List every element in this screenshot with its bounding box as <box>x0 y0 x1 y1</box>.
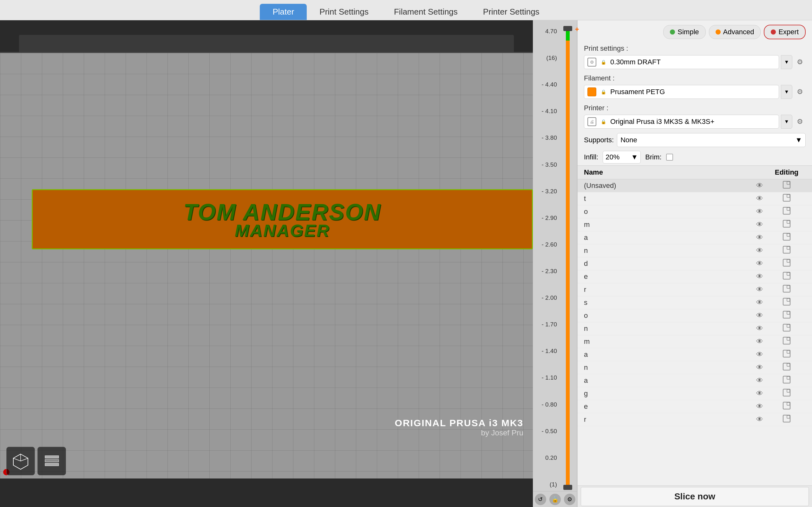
mode-advanced-btn[interactable]: Advanced <box>709 25 761 39</box>
obj-edit-m2[interactable] <box>768 337 806 347</box>
layer-label-440: - 4.40 <box>534 81 557 88</box>
filament-gear[interactable]: ⚙ <box>794 86 806 98</box>
supports-value: None <box>620 136 637 144</box>
obj-eye-o[interactable]: 👁 <box>752 208 768 216</box>
obj-edit-d[interactable] <box>768 259 806 269</box>
printer-icon: 🖨 <box>588 117 596 126</box>
svg-rect-17 <box>783 246 790 253</box>
3d-view-button[interactable] <box>6 447 35 475</box>
obj-eye-r1[interactable]: 👁 <box>752 285 768 294</box>
layer-slider-handle-bottom[interactable] <box>563 485 572 490</box>
tab-filament-settings[interactable]: Filament Settings <box>381 4 470 20</box>
layers-view-button[interactable] <box>38 447 66 475</box>
slice-bar: Slice now <box>577 486 812 507</box>
svg-line-3 <box>20 458 28 461</box>
viewport[interactable]: TOM ANDERSON MANAGER ORIGINAL PRUSA i3 M… <box>0 20 533 507</box>
obj-edit-m1[interactable] <box>768 220 806 230</box>
obj-edit-a2[interactable] <box>768 349 806 360</box>
obj-edit-o[interactable] <box>768 207 806 217</box>
obj-eye-g[interactable]: 👁 <box>752 389 768 398</box>
obj-edit-e2[interactable] <box>768 401 806 412</box>
filament-value: Prusament PETG <box>610 88 665 96</box>
tab-printer-settings[interactable]: Printer Settings <box>470 4 552 20</box>
filament-label: Filament : <box>584 74 635 82</box>
obj-eye-t[interactable]: 👁 <box>752 194 768 203</box>
layer-slider-handle-top[interactable] <box>563 26 572 31</box>
printer-arrow[interactable]: ▼ <box>781 115 792 129</box>
svg-rect-42 <box>787 402 790 405</box>
obj-eye-m2[interactable]: 👁 <box>752 337 768 346</box>
filament-arrow[interactable]: ▼ <box>781 85 792 99</box>
obj-edit-a1[interactable] <box>768 233 806 243</box>
supports-select[interactable]: None ▼ <box>617 133 806 147</box>
brim-checkbox[interactable] <box>666 154 673 161</box>
layers-icon <box>43 452 61 470</box>
edit-icon-m1 <box>782 220 791 228</box>
obj-edit-a3[interactable] <box>768 376 806 386</box>
filament-wrapper: 🔒 Prusament PETG ▼ ⚙ <box>584 85 806 99</box>
edit-icon-r1 <box>782 285 791 293</box>
obj-eye-r2[interactable]: 👁 <box>752 415 768 424</box>
obj-eye-m1[interactable]: 👁 <box>752 221 768 229</box>
obj-edit-n2[interactable] <box>768 324 806 334</box>
obj-edit-n1[interactable] <box>768 245 806 256</box>
edit-icon-n1 <box>782 245 791 254</box>
name-badge-object[interactable]: TOM ANDERSON MANAGER <box>32 189 533 249</box>
svg-rect-40 <box>787 389 790 392</box>
slice-now-button[interactable]: Slice now <box>581 487 809 506</box>
layer-slider-track[interactable] <box>566 28 570 488</box>
print-settings-select[interactable]: ⚙ 🔒 0.30mm DRAFT <box>584 55 779 69</box>
svg-rect-21 <box>783 272 790 279</box>
svg-rect-14 <box>787 221 790 223</box>
printer-wrapper: 🖨 🔒 Original Prusa i3 MK3S & MK3S+ ▼ ⚙ <box>584 115 806 129</box>
mode-expert-btn[interactable]: Expert <box>764 25 806 39</box>
obj-eye-n1[interactable]: 👁 <box>752 246 768 255</box>
obj-edit-g[interactable] <box>768 389 806 399</box>
obj-name-n1: n <box>584 246 752 255</box>
obj-edit-n3[interactable] <box>768 362 806 373</box>
obj-edit-e1[interactable] <box>768 272 806 282</box>
brim-label: Brim: <box>645 153 661 161</box>
obj-name-g: g <box>584 389 752 398</box>
badge-line2: MANAGER <box>33 221 532 240</box>
obj-eye-o2[interactable]: 👁 <box>752 312 768 320</box>
slider-settings-btn[interactable]: ⚙ <box>564 494 575 505</box>
filament-row: Filament : <box>577 72 812 85</box>
obj-eye-unsaved[interactable]: 👁 <box>752 181 768 190</box>
print-settings-arrow[interactable]: ▼ <box>781 55 792 69</box>
obj-edit-r1[interactable] <box>768 285 806 295</box>
print-settings-gear[interactable]: ⚙ <box>794 56 806 68</box>
obj-eye-a3[interactable]: 👁 <box>752 377 768 385</box>
obj-eye-d[interactable]: 👁 <box>752 260 768 268</box>
obj-edit-t[interactable] <box>768 193 806 204</box>
obj-edit-o2[interactable] <box>768 311 806 321</box>
obj-edit-s[interactable] <box>768 297 806 308</box>
layer-label-170: - 1.70 <box>534 321 557 328</box>
svg-rect-8 <box>787 181 790 184</box>
printer-select[interactable]: 🖨 🔒 Original Prusa i3 MK3S & MK3S+ <box>584 115 779 129</box>
supports-arrow: ▼ <box>795 136 802 144</box>
filament-select[interactable]: 🔒 Prusament PETG <box>584 85 779 99</box>
layer-label-410: - 4.10 <box>534 108 557 115</box>
edit-icon-e1 <box>782 272 791 280</box>
obj-edit-unsaved[interactable] <box>768 181 806 191</box>
printer-gear[interactable]: ⚙ <box>794 116 806 127</box>
obj-eye-n3[interactable]: 👁 <box>752 363 768 372</box>
svg-rect-6 <box>45 463 59 466</box>
obj-eye-e2[interactable]: 👁 <box>752 402 768 411</box>
slider-lock-btn[interactable]: 🔒 <box>549 494 561 505</box>
print-settings-value: 0.30mm DRAFT <box>610 58 661 66</box>
obj-eye-s[interactable]: 👁 <box>752 298 768 307</box>
obj-eye-a2[interactable]: 👁 <box>752 350 768 359</box>
tab-plater[interactable]: Plater <box>260 4 307 20</box>
tab-print-settings[interactable]: Print Settings <box>307 4 381 20</box>
slider-reset-btn[interactable]: ↺ <box>535 494 546 505</box>
obj-eye-e1[interactable]: 👁 <box>752 273 768 281</box>
obj-edit-r2[interactable] <box>768 414 806 425</box>
infill-select[interactable]: 20% ▼ <box>603 151 641 164</box>
obj-eye-n2[interactable]: 👁 <box>752 325 768 333</box>
obj-eye-a1[interactable]: 👁 <box>752 233 768 242</box>
mode-simple-btn[interactable]: Simple <box>663 25 705 39</box>
layer-label-140: - 1.40 <box>534 348 557 354</box>
svg-rect-11 <box>783 207 790 214</box>
